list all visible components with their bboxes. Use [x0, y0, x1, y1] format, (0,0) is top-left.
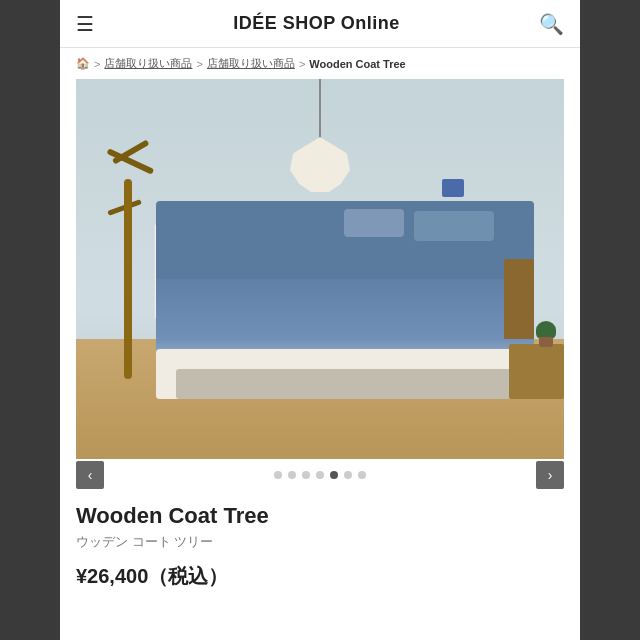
page-container: ☰ IDÉE SHOP Online 🔍 🏠 > 店舗取り扱い商品 > 店舗取り…	[60, 0, 580, 640]
pillow-1	[414, 211, 494, 241]
breadcrumb-sep-3: >	[299, 58, 305, 70]
product-image: DanielSpace	[76, 79, 564, 459]
product-title: Wooden Coat Tree	[76, 503, 564, 529]
dot-6[interactable]	[344, 471, 352, 479]
rug	[176, 369, 514, 399]
plant	[536, 322, 556, 347]
headboard	[504, 259, 534, 339]
breadcrumb-item-1[interactable]: 店舗取り扱い商品	[104, 56, 192, 71]
wall-item	[442, 179, 464, 197]
nightstand	[509, 344, 564, 399]
breadcrumb-item-2[interactable]: 店舗取り扱い商品	[207, 56, 295, 71]
dot-indicators	[274, 471, 366, 479]
nav-controls: ‹ ›	[60, 459, 580, 491]
breadcrumb-sep-1: >	[94, 58, 100, 70]
pendant-light	[290, 79, 350, 192]
bed-body	[156, 201, 534, 281]
search-icon[interactable]: 🔍	[539, 12, 564, 36]
breadcrumb-sep-2: >	[196, 58, 202, 70]
dot-3[interactable]	[302, 471, 310, 479]
breadcrumb-current: Wooden Coat Tree	[309, 58, 405, 70]
product-price: ¥26,400（税込）	[76, 563, 564, 590]
pendant-cord	[319, 79, 321, 139]
product-info: Wooden Coat Tree ウッデン コート ツリー ¥26,400（税込…	[60, 491, 580, 610]
dot-5[interactable]	[330, 471, 338, 479]
breadcrumb-home[interactable]: 🏠	[76, 57, 90, 70]
trunk	[124, 179, 132, 379]
site-title: IDÉE SHOP Online	[233, 13, 400, 34]
dot-7[interactable]	[358, 471, 366, 479]
dot-4[interactable]	[316, 471, 324, 479]
product-image-container: DanielSpace	[76, 79, 564, 459]
prev-button[interactable]: ‹	[76, 461, 104, 489]
header: ☰ IDÉE SHOP Online 🔍	[60, 0, 580, 48]
dot-1[interactable]	[274, 471, 282, 479]
product-subtitle: ウッデン コート ツリー	[76, 533, 564, 551]
menu-icon[interactable]: ☰	[76, 12, 94, 36]
pillow-2	[344, 209, 404, 237]
next-button[interactable]: ›	[536, 461, 564, 489]
dot-2[interactable]	[288, 471, 296, 479]
room-scene: DanielSpace	[76, 79, 564, 459]
coat-tree	[98, 119, 158, 379]
pendant-shade	[290, 137, 350, 192]
plant-pot	[539, 337, 553, 347]
breadcrumb: 🏠 > 店舗取り扱い商品 > 店舗取り扱い商品 > Wooden Coat Tr…	[60, 48, 580, 79]
